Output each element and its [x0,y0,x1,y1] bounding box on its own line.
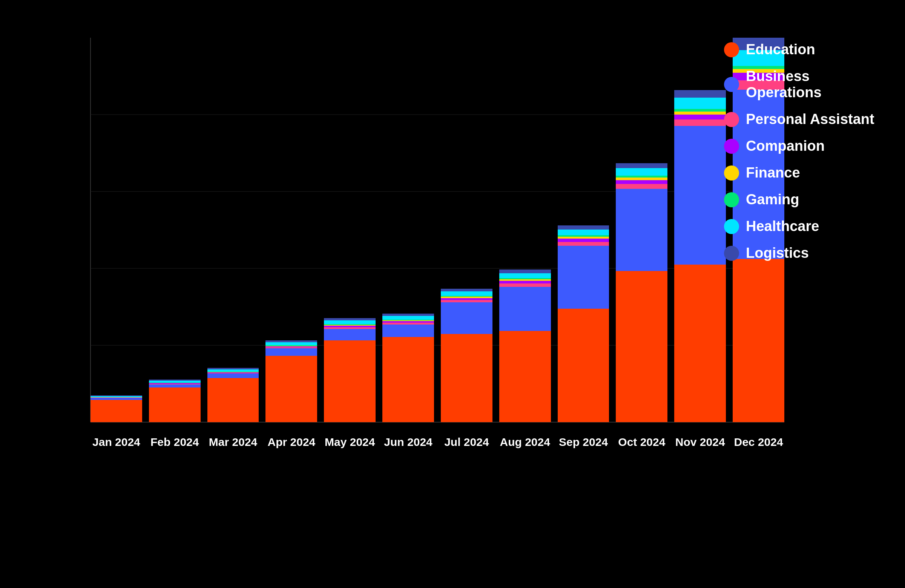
bar-segment-personal-assistant [558,242,610,246]
bar-segment-business-operations [558,246,610,309]
chart-container: Jan 2024Feb 2024Mar 2024Apr 2024May 2024… [0,0,905,588]
bar-segment-companion [499,281,551,284]
legend-dot [724,192,739,207]
bar [324,318,376,422]
bar [558,225,610,422]
bar-segment-gaming [674,109,726,112]
bar-segment-business-operations [616,189,667,271]
legend-item-logistics: Logistics [724,245,875,261]
bar-segment-healthcare [441,292,492,296]
bar-segment-finance [674,112,726,114]
x-label: Nov 2024 [674,436,726,449]
bar-segment-business-operations [441,302,492,334]
bar [499,269,551,422]
legend: Education Business Operations Personal A… [724,41,875,261]
bar-segment-personal-assistant [441,300,492,303]
bar-segment-education [558,309,610,422]
legend-item-companion: Companion [724,138,875,154]
legend-item-finance: Finance [724,165,875,181]
bar-segment-logistics [616,163,667,168]
bar-segment-business-operations [149,385,201,387]
bars-area [90,38,784,422]
bar-segment-education [674,265,726,422]
bar-segment-business-operations [499,287,551,331]
x-label: Feb 2024 [149,436,201,449]
legend-dot [724,77,739,92]
legend-item-gaming: Gaming [724,192,875,208]
bar-segment-education [207,378,259,422]
bar-segment-education [90,400,142,422]
bar [265,340,317,422]
bar-segment-education [383,337,434,422]
bar-segment-business-operations [674,126,726,265]
bar-segment-healthcare [383,316,434,320]
bar-segment-education [733,259,784,422]
bar-segment-companion [616,180,667,184]
bar-segment-personal-assistant [616,184,667,189]
bar-segment-business-operations [383,325,434,337]
bar-segment-healthcare [499,273,551,278]
chart-area: Jan 2024Feb 2024Mar 2024Apr 2024May 2024… [68,38,784,452]
legend-label: Healthcare [746,218,819,235]
bar-group [558,38,610,422]
bar-segment-education [324,340,376,422]
legend-item-education: Education [724,41,875,58]
bar-segment-logistics [441,289,492,292]
x-label: Aug 2024 [499,436,551,449]
x-labels: Jan 2024Feb 2024Mar 2024Apr 2024May 2024… [90,436,784,449]
legend-label: Business Operations [746,68,875,101]
legend-dot [724,112,739,127]
bar-group [441,38,492,422]
x-label: Apr 2024 [265,436,317,449]
legend-dot [724,219,739,234]
bar-segment-education [441,334,492,422]
legend-label: Gaming [746,192,799,208]
bar-segment-companion [674,114,726,119]
bar-segment-business-operations [265,348,317,356]
bar-segment-education [149,387,201,422]
x-label: May 2024 [324,436,376,449]
legend-label: Education [746,41,815,58]
x-label: Jul 2024 [441,436,492,449]
legend-dot [724,246,739,261]
bar [441,289,492,422]
x-label: Oct 2024 [616,436,667,449]
bar-group [265,38,317,422]
bar-segment-companion [558,239,610,242]
bar-group [324,38,376,422]
bar-group [149,38,201,422]
bar-group [616,38,667,422]
legend-dot [724,139,739,154]
legend-label: Logistics [746,245,809,261]
bar-segment-healthcare [265,342,317,345]
x-label: Sep 2024 [558,436,610,449]
legend-item-personal-assistant: Personal Assistant [724,111,875,127]
bar-segment-education [265,356,317,422]
bar-group [207,38,259,422]
bar-segment-business-operations [207,374,259,378]
bar-segment-healthcare [207,369,259,372]
legend-label: Companion [746,138,825,154]
bar-segment-education [499,331,551,422]
bar-segment-finance [616,178,667,180]
bar [616,163,667,422]
bar-segment-logistics [558,225,610,230]
legend-item-business-operations: Business Operations [724,68,875,101]
bar-segment-healthcare [558,230,610,235]
bar-segment-logistics [674,90,726,98]
bar [90,395,142,422]
bar-segment-personal-assistant [674,119,726,126]
bar-segment-education [616,271,667,422]
bar [383,314,434,422]
x-label: Dec 2024 [733,436,784,449]
legend-dot [724,42,739,57]
bar-segment-healthcare [674,98,726,109]
legend-item-healthcare: Healthcare [724,218,875,235]
legend-dot [724,165,739,181]
x-label: Mar 2024 [207,436,259,449]
bar-group [383,38,434,422]
bar-group [499,38,551,422]
bar [149,380,201,422]
legend-label: Personal Assistant [746,111,875,127]
bar-segment-personal-assistant [499,284,551,287]
